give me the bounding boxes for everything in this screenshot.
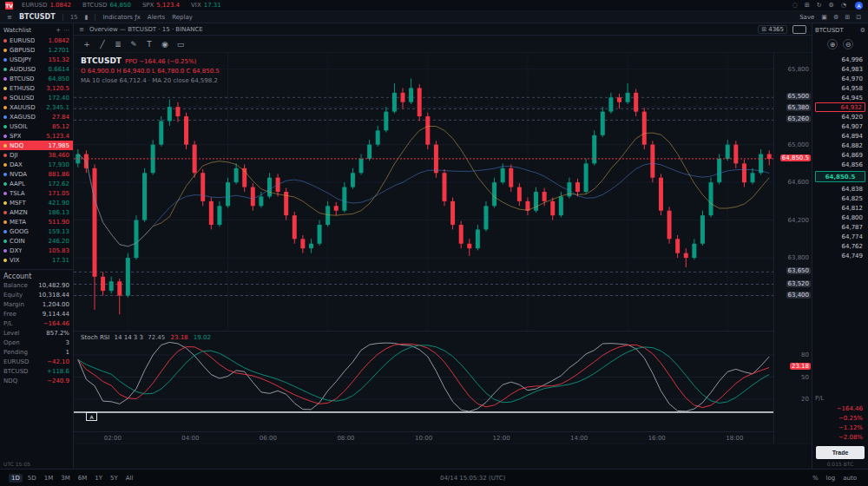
watchlist-row[interactable]: DJI38,460 — [0, 150, 73, 160]
watchlist-row[interactable]: SOLUSD172.40 — [0, 93, 73, 102]
ticker-item[interactable]: SPX5,123.4 — [142, 2, 182, 9]
layout-grid-icon[interactable]: ⊞ — [845, 14, 850, 21]
range-button[interactable]: 1D — [9, 474, 23, 483]
crosshair-icon[interactable]: + — [81, 38, 93, 50]
magnet-icon[interactable]: ◉ — [159, 38, 171, 50]
trendline-icon[interactable]: ╱ — [96, 38, 108, 50]
watchlist-row[interactable]: AUDUSD0.6614 — [0, 64, 73, 74]
add-symbol-icon[interactable]: + — [56, 27, 61, 34]
ask-row[interactable]: 64,920 — [815, 112, 865, 122]
watchlist-row[interactable]: NVDA881.86 — [0, 169, 73, 179]
watchlist-row[interactable]: TSLA171.05 — [0, 188, 73, 198]
fullscreen-icon[interactable]: ⊡ — [856, 14, 861, 21]
watchlist-row[interactable]: AAPL172.62 — [0, 179, 73, 188]
zoom-in-button[interactable]: ⊕ — [827, 39, 838, 49]
range-button[interactable]: 1Y — [92, 474, 105, 483]
watchlist-row[interactable]: AMZN186.13 — [0, 207, 73, 217]
bid-row[interactable]: 64,787 — [815, 222, 865, 232]
ask-row[interactable]: 64,958 — [815, 83, 865, 93]
price-axis[interactable]: 65,80065,40065,00064,60064,20063,80063,4… — [773, 53, 812, 443]
brush-icon[interactable]: ✎ — [128, 38, 140, 50]
camera-icon[interactable]: ▣ — [821, 14, 827, 21]
save-button[interactable]: Save — [799, 14, 814, 21]
watchlist-row[interactable]: NDQ17,985 — [0, 141, 73, 150]
position-row[interactable]: BTCUSD+118.6 — [0, 368, 73, 378]
watchlist-row[interactable]: XAUUSD2,345.1 — [0, 102, 73, 112]
symbol-search-button[interactable]: BTCUSDT — [19, 13, 56, 21]
watchlist-row[interactable]: SPX5,123.4 — [0, 131, 73, 141]
watchlist-more-icon[interactable]: ⋯ — [63, 27, 69, 34]
chart-menu-icon[interactable]: ≡ — [79, 26, 84, 33]
watchlist-row[interactable]: GBPUSD1.2701 — [0, 45, 73, 55]
range-button[interactable]: 1M — [42, 474, 56, 483]
watchlist-row[interactable]: ETHUSD3,120.5 — [0, 83, 73, 93]
position-row[interactable]: NDQ−240.9 — [0, 378, 73, 387]
refresh-icon[interactable]: ↻ — [817, 2, 822, 9]
measure-icon[interactable]: ▭ — [174, 38, 187, 50]
bottom-scroll-strip[interactable] — [74, 443, 812, 469]
ask-row[interactable]: 64,996 — [815, 55, 865, 64]
watchlist-row[interactable]: GOOG159.13 — [0, 227, 73, 236]
toolbar-item[interactable]: Alerts — [148, 14, 165, 21]
settings-icon[interactable]: ⚙ — [833, 14, 838, 21]
zoom-out-button[interactable]: ⊖ — [843, 39, 853, 49]
range-button[interactable]: 3M — [58, 474, 73, 483]
menu-icon[interactable]: ≡ — [7, 14, 12, 21]
bid-row[interactable]: 64,812 — [815, 203, 865, 213]
avatar[interactable]: A — [855, 2, 863, 10]
bid-row[interactable]: 64,825 — [815, 194, 865, 203]
watchlist-row[interactable]: BTCUSD64,850 — [0, 74, 73, 83]
indicator-pane[interactable] — [74, 332, 773, 431]
ask-row[interactable]: 64,970 — [815, 74, 865, 83]
range-button[interactable]: 6M — [76, 474, 90, 483]
interval-button[interactable]: 15 — [70, 14, 78, 21]
last-price-row[interactable]: 64,850.5 — [815, 171, 865, 182]
trade-button[interactable]: Trade — [816, 446, 865, 459]
range-button[interactable]: 5D — [25, 474, 39, 483]
watchlist-row[interactable]: EURUSD1.0842 — [0, 36, 73, 45]
settings-icon[interactable]: ⚙ — [829, 2, 834, 9]
current-datetime[interactable]: 04/14 15:05:32 (UTC) — [440, 475, 505, 482]
dom-settings-icon[interactable]: ⚙ — [860, 27, 865, 34]
ask-row[interactable]: 64,869 — [815, 150, 865, 160]
position-row[interactable]: EURUSD−42.10 — [0, 358, 73, 368]
toolbar-item[interactable]: Replay — [172, 14, 193, 21]
watchlist-row[interactable]: USDJPY151.32 — [0, 55, 73, 64]
bid-row[interactable]: 64,749 — [815, 251, 865, 260]
chart-header-button[interactable] — [792, 25, 806, 34]
toolbar-item[interactable]: Indicators ƒx — [102, 14, 140, 21]
ask-row[interactable]: 64,907 — [815, 122, 865, 131]
watchlist-row[interactable]: MSFT421.90 — [0, 198, 73, 207]
search-icon[interactable]: ◌ — [792, 2, 798, 9]
bid-row[interactable]: 64,838 — [815, 184, 865, 194]
ask-row[interactable]: 64,932 — [815, 102, 865, 112]
watchlist-row[interactable]: USOIL85.12 — [0, 122, 73, 131]
bar-count-badge[interactable]: ⊞ 4365 — [758, 25, 787, 34]
ask-row[interactable]: 64,894 — [815, 131, 865, 141]
bid-row[interactable]: 64,800 — [815, 213, 865, 222]
text-tool-icon[interactable]: T — [143, 38, 155, 50]
watchlist-row[interactable]: XAGUSD27.84 — [0, 112, 73, 122]
ask-row[interactable]: 64,856 — [815, 160, 865, 169]
grid-layout-icon[interactable]: ⊞ — [805, 2, 810, 9]
fib-retracement-icon[interactable]: ≣ — [112, 38, 124, 50]
ticker-item[interactable]: EURUSD1.0842 — [22, 2, 74, 9]
watchlist-row[interactable]: DXY105.83 — [0, 246, 73, 255]
chart-type-icon[interactable]: ▮ — [85, 14, 89, 21]
bid-row[interactable]: 64,774 — [815, 232, 865, 241]
ask-row[interactable]: 64,882 — [815, 141, 865, 150]
notifications-icon[interactable]: ◔ — [841, 2, 846, 9]
watchlist-row[interactable]: META511.90 — [0, 217, 73, 227]
scale-toggle[interactable]: % — [810, 474, 821, 483]
ask-row[interactable]: 64,945 — [815, 93, 865, 102]
time-axis[interactable]: 02:0004:0006:0008:0010:0012:0014:0016:00… — [74, 431, 773, 443]
watchlist-row[interactable]: VIX17.31 — [0, 255, 73, 265]
watchlist-row[interactable]: COIN246.20 — [0, 236, 73, 246]
scale-toggle[interactable]: log — [824, 474, 838, 483]
baseline-label-chip[interactable]: A — [86, 412, 97, 421]
range-button[interactable]: 5Y — [108, 474, 121, 483]
range-button[interactable]: All — [123, 474, 136, 483]
scale-toggle[interactable]: auto — [840, 474, 859, 483]
candlestick-chart[interactable] — [74, 53, 773, 331]
chart-canvas-area[interactable]: 02:0004:0006:0008:0010:0012:0014:0016:00… — [74, 53, 812, 443]
